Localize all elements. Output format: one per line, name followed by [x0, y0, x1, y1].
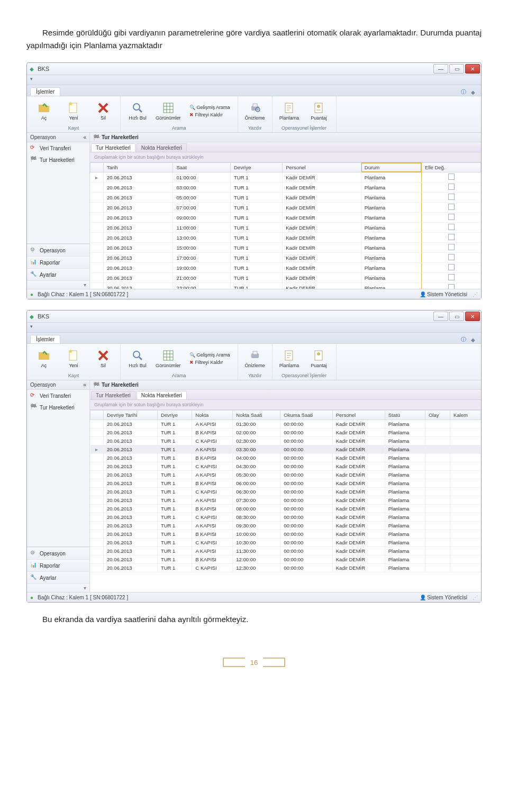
new-button[interactable]: Yeni: [59, 101, 88, 122]
preview-button[interactable]: Önizleme: [240, 101, 270, 122]
table-row[interactable]: 20.06.2013TUR 1B KAPISI02:00:0000:00:00K…: [90, 428, 481, 437]
puantaj-button[interactable]: Puantaj: [304, 348, 334, 369]
table-row[interactable]: 20.06.2013TUR 1B KAPISI08:00:0000:00:00K…: [90, 505, 481, 513]
delete-button[interactable]: Sil: [88, 348, 118, 369]
group-by-hint[interactable]: Gruplamak için bir sütun başlığını buray…: [90, 400, 481, 410]
puantaj-button[interactable]: Puantaj: [304, 101, 334, 122]
table-row[interactable]: ▸20.06.201301:00:00TUR 1Kadir DEMİRPlanl…: [90, 172, 481, 183]
sidebar-nav-raporlar[interactable]: 📊Raporlar: [27, 559, 89, 571]
table-row[interactable]: 20.06.2013TUR 1B KAPISI12:00:0000:00:00K…: [90, 555, 481, 564]
sidebar-item-tur-hareketleri[interactable]: 🏁Tur Hareketleri: [27, 402, 89, 413]
table-row[interactable]: 20.06.2013TUR 1A KAPISI11:30:0000:00:00K…: [90, 547, 481, 555]
clear-filter-button[interactable]: ✖Filtreyi Kaldır: [186, 112, 233, 118]
tab-nokta-hareketleri[interactable]: Nokta Hareketleri: [137, 391, 187, 399]
sidebar-nav-ayarlar[interactable]: 🔧Ayarlar: [27, 268, 89, 280]
delete-button[interactable]: Sil: [88, 101, 118, 122]
checkbox[interactable]: [448, 174, 455, 180]
ribbon-tab-islemler[interactable]: İşlemler: [30, 87, 60, 96]
grid-1[interactable]: TarihSaatDevriyePersonelDurumElle Değ.▸2…: [90, 162, 481, 289]
table-row[interactable]: 20.06.201317:00:00TUR 1Kadir DEMİRPlanla…: [90, 253, 481, 263]
checkbox[interactable]: [448, 254, 455, 260]
maximize-button[interactable]: ▭: [449, 64, 464, 74]
quick-find-button[interactable]: Hızlı Bul: [123, 348, 152, 369]
title-bar[interactable]: ◆ BKS — ▭ ✕: [27, 311, 481, 323]
close-button[interactable]: ✕: [465, 64, 480, 74]
table-row[interactable]: 20.06.2013TUR 1C KAPISI08:30:0000:00:00K…: [90, 513, 481, 522]
checkbox[interactable]: [448, 244, 455, 250]
table-row[interactable]: 20.06.201323:00:00TUR 1Kadir DEMİRPlanla…: [90, 283, 481, 289]
ribbon-tab-islemler[interactable]: İşlemler: [30, 335, 60, 343]
table-row[interactable]: 20.06.2013TUR 1C KAPISI06:30:0000:00:00K…: [90, 488, 481, 496]
column-header[interactable]: Personel: [283, 163, 361, 172]
table-row[interactable]: 20.06.201311:00:00TUR 1Kadir DEMİRPlanla…: [90, 223, 481, 233]
resize-grip-icon[interactable]: ⋰: [471, 291, 478, 297]
table-row[interactable]: 20.06.2013TUR 1A KAPISI07:30:0000:00:00K…: [90, 496, 481, 505]
table-row[interactable]: 20.06.2013TUR 1A KAPISI05:30:0000:00:00K…: [90, 471, 481, 479]
column-header[interactable]: Tarih: [104, 163, 173, 172]
views-button[interactable]: Görünümler: [152, 348, 184, 369]
sidebar-overflow-icon[interactable]: ▾: [84, 585, 86, 591]
tab-nokta-hareketleri[interactable]: Nokta Hareketleri: [137, 143, 187, 152]
quick-find-button[interactable]: Hızlı Bul: [123, 101, 152, 122]
column-header[interactable]: Kalem: [450, 410, 481, 420]
column-header[interactable]: Personel: [332, 410, 385, 420]
sidebar-collapse-icon[interactable]: «: [83, 382, 86, 388]
table-row[interactable]: 20.06.201303:00:00TUR 1Kadir DEMİRPlanla…: [90, 183, 481, 193]
advanced-search-button[interactable]: 🔍Gelişmiş Arama: [186, 104, 233, 111]
table-row[interactable]: 20.06.2013TUR 1A KAPISI09:30:0000:00:00K…: [90, 522, 481, 530]
minimize-button[interactable]: —: [433, 64, 448, 74]
qat-dropdown-icon[interactable]: ▾: [30, 324, 38, 331]
column-header[interactable]: Devriye: [157, 410, 192, 420]
resize-grip-icon[interactable]: ⋰: [471, 595, 478, 600]
column-header[interactable]: Statü: [385, 410, 425, 420]
checkbox[interactable]: [448, 224, 455, 230]
checkbox[interactable]: [448, 284, 455, 289]
info-icon[interactable]: ⓘ: [460, 336, 467, 343]
column-header[interactable]: Olay: [425, 410, 450, 420]
table-row[interactable]: 20.06.201307:00:00TUR 1Kadir DEMİRPlanla…: [90, 203, 481, 213]
planlama-button[interactable]: Planlama: [275, 348, 304, 369]
checkbox[interactable]: [448, 184, 455, 190]
column-header[interactable]: Nokta: [192, 410, 233, 420]
table-row[interactable]: 20.06.2013TUR 1A KAPISI01:30:0000:00:00K…: [90, 420, 481, 428]
qat-dropdown-icon[interactable]: ▾: [30, 76, 38, 84]
title-bar[interactable]: ◆ BKS — ▭ ✕: [27, 63, 481, 75]
minimize-button[interactable]: —: [433, 312, 448, 321]
checkbox[interactable]: [448, 264, 455, 270]
views-button[interactable]: Görünümler: [152, 101, 184, 122]
sidebar-nav-operasyon[interactable]: ⚙Operasyon: [27, 244, 89, 256]
maximize-button[interactable]: ▭: [449, 312, 464, 321]
table-row[interactable]: 20.06.2013TUR 1B KAPISI04:00:0000:00:00K…: [90, 454, 481, 462]
help-icon[interactable]: ◆: [469, 88, 477, 96]
quick-access-toolbar[interactable]: ▾: [27, 75, 481, 85]
column-header[interactable]: Elle Değ.: [422, 163, 481, 172]
tab-tur-hareketleri[interactable]: Tur Hareketleri: [91, 391, 135, 399]
open-button[interactable]: Aç: [29, 348, 59, 369]
table-row[interactable]: 20.06.201315:00:00TUR 1Kadir DEMİRPlanla…: [90, 243, 481, 253]
table-row[interactable]: 20.06.2013TUR 1C KAPISI12:30:0000:00:00K…: [90, 564, 481, 572]
table-row[interactable]: 20.06.2013TUR 1B KAPISI10:00:0000:00:00K…: [90, 530, 481, 539]
checkbox[interactable]: [448, 274, 455, 280]
info-icon[interactable]: ⓘ: [460, 88, 467, 96]
group-by-hint[interactable]: Gruplamak için bir sütun başlığını buray…: [90, 152, 481, 162]
table-row[interactable]: 20.06.201309:00:00TUR 1Kadir DEMİRPlanla…: [90, 213, 481, 223]
sidebar-item-veri-transferi[interactable]: ⟳Veri Transferi: [27, 390, 89, 402]
checkbox[interactable]: [448, 214, 455, 220]
table-row[interactable]: 20.06.2013TUR 1C KAPISI04:30:0000:00:00K…: [90, 462, 481, 471]
checkbox[interactable]: [448, 234, 455, 240]
grid-2[interactable]: Devriye TarihiDevriyeNoktaNokta SaatiOku…: [90, 410, 481, 592]
column-header[interactable]: Devriye Tarihi: [104, 410, 158, 420]
open-button[interactable]: Aç: [29, 101, 59, 122]
planlama-button[interactable]: Planlama: [275, 101, 304, 122]
table-row[interactable]: ▸20.06.2013TUR 1A KAPISI03:30:0000:00:00…: [90, 445, 481, 454]
table-row[interactable]: 20.06.201321:00:00TUR 1Kadir DEMİRPlanla…: [90, 273, 481, 283]
table-row[interactable]: 20.06.2013TUR 1B KAPISI06:00:0000:00:00K…: [90, 479, 481, 488]
column-header[interactable]: Devriye: [231, 163, 283, 172]
clear-filter-button[interactable]: ✖Filtreyi Kaldır: [186, 359, 233, 366]
close-button[interactable]: ✕: [465, 312, 480, 321]
table-row[interactable]: 20.06.201313:00:00TUR 1Kadir DEMİRPlanla…: [90, 233, 481, 243]
sidebar-item-veri-transferi[interactable]: ⟳Veri Transferi: [27, 142, 89, 154]
column-header[interactable]: Nokta Saati: [233, 410, 280, 420]
sidebar-nav-operasyon[interactable]: ⚙Operasyon: [27, 547, 89, 559]
column-header[interactable]: Saat: [173, 163, 231, 172]
